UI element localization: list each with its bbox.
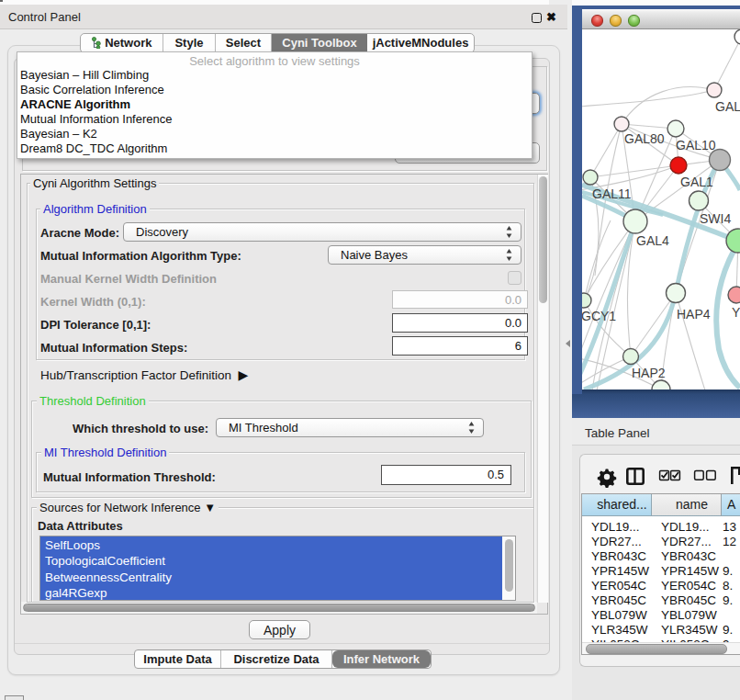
svg-text:GCY1: GCY1	[582, 309, 616, 323]
svg-text:GAL1: GAL1	[680, 175, 713, 189]
svg-text:HAP4: HAP4	[677, 307, 711, 322]
svg-text:SWI4: SWI4	[700, 211, 731, 226]
svg-text:GAL2: GAL2	[715, 99, 740, 114]
svg-text:GAL11: GAL11	[592, 186, 632, 201]
svg-text:GAL80: GAL80	[624, 131, 665, 146]
svg-text:Y: Y	[732, 305, 740, 320]
svg-text:GAL10: GAL10	[676, 138, 716, 152]
svg-text:HAP2: HAP2	[632, 366, 666, 380]
svg-text:GAL4: GAL4	[636, 233, 669, 248]
